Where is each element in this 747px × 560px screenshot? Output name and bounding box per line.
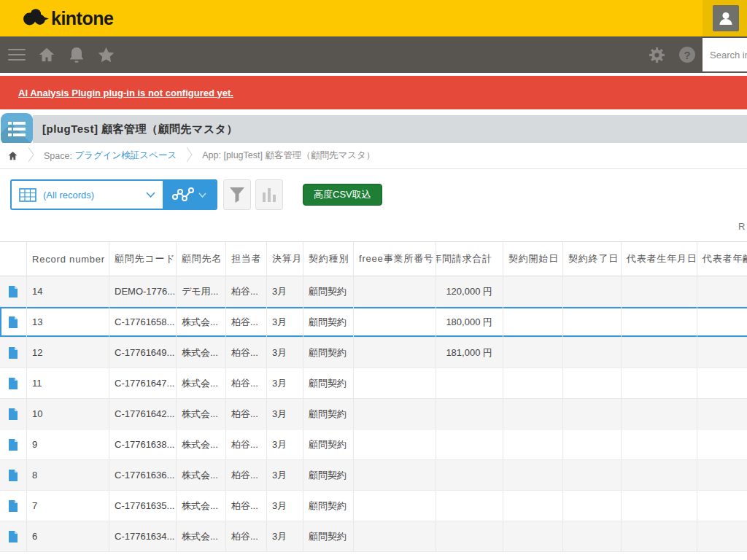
column-header-annual_billing_total[interactable]: 年間請求合計 <box>436 242 503 276</box>
cell-representative_birthday <box>622 338 697 368</box>
kintone-logo[interactable]: kintone <box>22 7 113 30</box>
view-selector-dropdown[interactable]: (All records) <box>12 181 163 209</box>
bar-chart-icon <box>262 187 276 203</box>
record-detail-link[interactable] <box>0 276 27 306</box>
plugin-warning-link[interactable]: AI Analysis Plugin plug-in is not config… <box>18 88 233 98</box>
record-detail-link[interactable] <box>0 460 27 490</box>
kintone-logo-text: kintone <box>51 8 113 29</box>
column-header-manager[interactable]: 担当者 <box>226 242 267 276</box>
filter-button[interactable] <box>223 179 251 210</box>
notifications-bell-icon[interactable] <box>66 36 88 73</box>
cell-representative_birthday <box>622 429 697 459</box>
cell-annual_billing_total <box>436 521 503 551</box>
column-header-contract_type[interactable]: 契約種別 <box>303 242 354 276</box>
grid-view-icon <box>19 188 36 202</box>
records-count-label: R <box>738 221 745 232</box>
cell-contract_type: 顧問契約 <box>303 521 354 551</box>
cell-fiscal_month: 3月 <box>267 399 303 429</box>
cell-representative_birthday <box>622 399 697 429</box>
gear-icon[interactable] <box>645 36 668 73</box>
cell-client_code: C-17761635... <box>109 491 177 521</box>
record-detail-document-icon <box>8 469 18 482</box>
graph-view-switch-button[interactable] <box>163 181 216 209</box>
table-row[interactable]: 13C-17761658...株式会...柏谷...3月顧問契約180,000 … <box>0 307 747 338</box>
search-input-text: Search in <box>710 50 747 61</box>
cell-representative_age <box>697 491 747 521</box>
record-detail-document-icon <box>8 377 18 390</box>
column-header-record_number[interactable]: Record number <box>27 242 109 276</box>
user-menu[interactable] <box>703 0 747 36</box>
advanced-csv-import-button[interactable]: 高度CSV取込 <box>303 184 382 206</box>
cell-client_code: C-17761634... <box>109 521 177 551</box>
search-input[interactable]: Search in <box>703 38 747 71</box>
cell-client_name: 株式会... <box>177 368 226 398</box>
partial-row <box>0 552 747 560</box>
record-detail-link[interactable] <box>0 399 27 429</box>
help-icon[interactable]: ? <box>676 36 698 73</box>
cell-contract_end_date <box>563 399 622 429</box>
nav-bar: ? <box>0 36 747 73</box>
app-icon[interactable] <box>1 113 33 145</box>
table-row[interactable]: 7C-17761635...株式会...柏谷...3月顧問契約 <box>0 491 747 521</box>
table-row[interactable]: 8C-17761636...株式会...柏谷...3月顧問契約 <box>0 460 747 491</box>
record-detail-link[interactable] <box>0 338 27 368</box>
favorites-star-icon[interactable] <box>94 36 117 73</box>
breadcrumb-space-link[interactable]: プラグイン検証スペース <box>74 149 177 162</box>
record-detail-document-icon <box>8 346 18 359</box>
cell-record_number: 7 <box>27 491 109 521</box>
cell-fiscal_month: 3月 <box>267 491 303 521</box>
breadcrumb-home-icon[interactable] <box>7 150 18 161</box>
home-icon[interactable] <box>35 36 58 73</box>
app-title[interactable]: [plugTest] 顧客管理（顧問先マスタ） <box>42 122 238 136</box>
cell-annual_billing_total: 180,000 円 <box>436 307 503 337</box>
cell-manager: 柏谷... <box>226 276 267 306</box>
cell-contract_end_date <box>563 429 622 459</box>
chevron-down-icon <box>198 192 206 198</box>
record-detail-link[interactable] <box>0 429 27 459</box>
chart-button[interactable] <box>255 179 283 210</box>
cell-freee_office_number <box>354 368 436 398</box>
record-detail-link[interactable] <box>0 307 27 337</box>
column-header-client_name[interactable]: 顧問先名 <box>177 242 226 276</box>
cell-freee_office_number <box>354 521 436 551</box>
table-row[interactable]: 11C-17761647...株式会...柏谷...3月顧問契約 <box>0 368 747 399</box>
table-row[interactable]: 14DEMO-1776...デモ用...柏谷...3月顧問契約120,000 円 <box>0 276 747 307</box>
record-detail-document-icon <box>8 499 18 513</box>
record-detail-link[interactable] <box>0 491 27 521</box>
record-detail-link[interactable] <box>0 368 27 398</box>
column-header-representative_birthday[interactable]: 代表者生年月日 <box>622 242 697 276</box>
cell-client_code: C-17761642... <box>109 399 177 429</box>
avatar[interactable] <box>713 5 739 31</box>
record-detail-link[interactable] <box>0 521 27 551</box>
column-header-fiscal_month[interactable]: 決算月 <box>267 242 303 276</box>
cell-record_number: 9 <box>27 429 109 459</box>
table-row[interactable]: 10C-17761642...株式会...柏谷...3月顧問契約 <box>0 399 747 429</box>
cell-freee_office_number <box>354 491 436 521</box>
cell-client_code: C-17761649... <box>109 338 177 368</box>
cell-record_number: 12 <box>27 338 109 368</box>
cell-fiscal_month: 3月 <box>267 368 303 398</box>
cell-contract_start_date <box>503 460 563 490</box>
cell-representative_age <box>697 276 747 306</box>
cell-contract_start_date <box>503 276 563 306</box>
table-row[interactable]: 12C-17761649...株式会...柏谷...3月顧問契約181,000 … <box>0 338 747 368</box>
cell-client_name: デモ用... <box>177 276 226 306</box>
breadcrumb-chevron-icon <box>28 147 34 165</box>
column-header-contract_end_date[interactable]: 契約終了日 <box>563 242 622 276</box>
cell-client_code: DEMO-1776... <box>109 276 177 306</box>
column-header-contract_start_date[interactable]: 契約開始日 <box>503 242 563 276</box>
cell-contract_end_date <box>563 491 622 521</box>
cell-record_number: 13 <box>27 307 109 337</box>
cell-client_name: 株式会... <box>177 399 226 429</box>
table-row[interactable]: 6C-17761634...株式会...柏谷...3月顧問契約 <box>0 521 747 552</box>
cell-representative_birthday <box>622 491 697 521</box>
column-header-client_code[interactable]: 顧問先コード <box>109 242 177 276</box>
cell-contract_type: 顧問契約 <box>303 338 354 368</box>
column-header-representative_age[interactable]: 代表者年齢 <box>697 242 747 276</box>
column-header-freee_office_number[interactable]: freee事業所番号 <box>354 242 436 276</box>
hamburger-menu-icon[interactable] <box>6 36 28 73</box>
cell-record_number: 11 <box>27 368 109 398</box>
cell-freee_office_number <box>354 460 436 490</box>
cell-representative_age <box>697 307 747 337</box>
table-row[interactable]: 9C-17761638...株式会...柏谷...3月顧問契約 <box>0 429 747 460</box>
